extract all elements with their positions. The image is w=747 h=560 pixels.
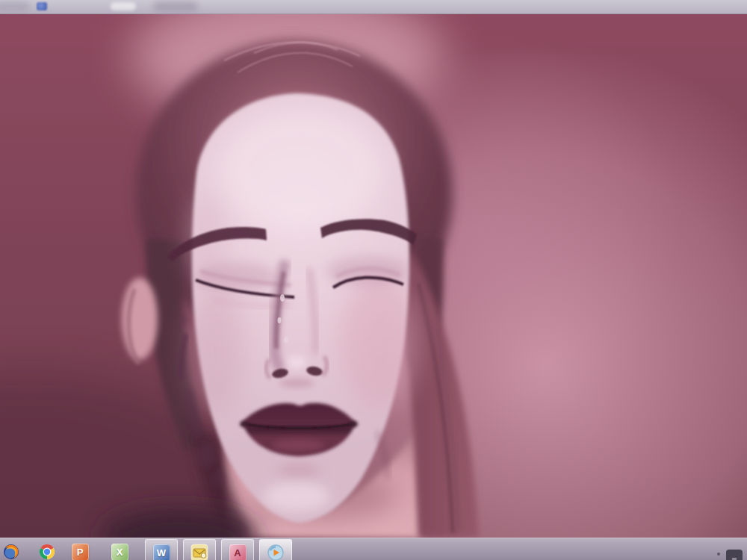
video-frame[interactable]	[0, 14, 747, 538]
window-favicon-icon	[37, 2, 47, 10]
powerpoint-letter: P	[77, 547, 84, 558]
chrome-smudge	[153, 1, 198, 11]
excel-icon: X	[111, 543, 128, 560]
media-player-icon	[267, 544, 285, 560]
taskbar-item-powerpoint[interactable]: P	[69, 539, 91, 560]
taskbar-item-word[interactable]: W	[145, 539, 178, 560]
access-icon: A	[229, 544, 247, 560]
powerpoint-icon: P	[71, 543, 89, 560]
toolbar-highlight	[111, 2, 136, 10]
desktop-screen: P X W	[0, 0, 747, 560]
word-letter: W	[157, 547, 166, 559]
chrome-smudge	[0, 1, 30, 11]
outlook-icon	[190, 544, 208, 560]
window-chrome-strip	[0, 0, 747, 14]
excel-letter: X	[117, 547, 123, 558]
taskbar-item-access[interactable]: A	[221, 539, 254, 560]
taskbar: P X W	[0, 538, 747, 560]
chrome-icon	[38, 543, 56, 560]
word-icon: W	[152, 544, 170, 560]
access-letter: A	[234, 547, 241, 559]
taskbar-item-chrome[interactable]	[36, 539, 58, 560]
tray-dot	[717, 553, 720, 556]
video-illustration	[0, 14, 747, 538]
taskbar-item-firefox[interactable]	[0, 539, 22, 560]
notification-icon[interactable]	[726, 550, 743, 560]
taskbar-item-outlook[interactable]	[183, 539, 216, 560]
taskbar-item-media-player[interactable]	[259, 539, 292, 560]
taskbar-item-excel[interactable]: X	[108, 539, 131, 560]
firefox-icon	[2, 543, 20, 560]
